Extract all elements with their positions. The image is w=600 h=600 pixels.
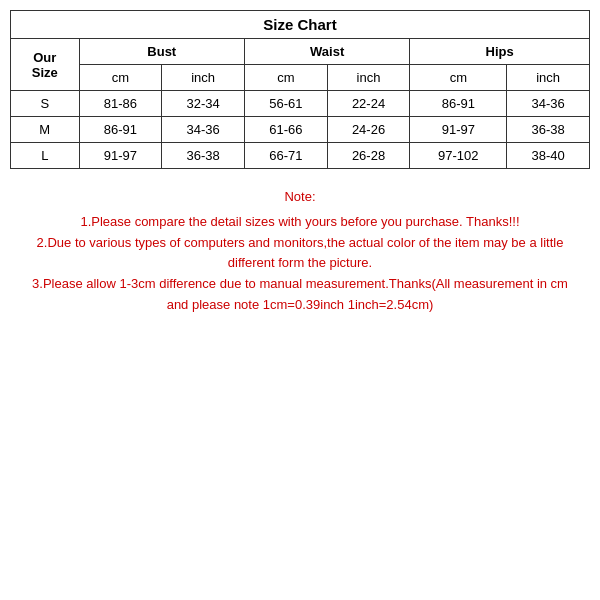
bust-header: Bust xyxy=(79,39,244,65)
hips-cm-cell: 86-91 xyxy=(410,91,507,117)
note-title: Note: xyxy=(20,187,580,208)
size-cell: S xyxy=(11,91,80,117)
table-row: L 91-97 36-38 66-71 26-28 97-102 38-40 xyxy=(11,143,590,169)
hips-inch-subheader: inch xyxy=(507,65,590,91)
note-line1: 1.Please compare the detail sizes with y… xyxy=(20,212,580,233)
table-row: M 86-91 34-36 61-66 24-26 91-97 36-38 xyxy=(11,117,590,143)
hips-cm-subheader: cm xyxy=(410,65,507,91)
note-line2: 2.Due to various types of computers and … xyxy=(20,233,580,275)
bust-inch-cell: 32-34 xyxy=(162,91,245,117)
waist-header: Waist xyxy=(244,39,409,65)
waist-cm-cell: 56-61 xyxy=(244,91,327,117)
bust-cm-cell: 86-91 xyxy=(79,117,162,143)
table-title: Size Chart xyxy=(11,11,590,39)
bust-cm-subheader: cm xyxy=(79,65,162,91)
size-cell: L xyxy=(11,143,80,169)
title-row: Size Chart xyxy=(11,11,590,39)
hips-inch-cell: 34-36 xyxy=(507,91,590,117)
hips-cm-cell: 97-102 xyxy=(410,143,507,169)
hips-inch-cell: 36-38 xyxy=(507,117,590,143)
table-row: S 81-86 32-34 56-61 22-24 86-91 34-36 xyxy=(11,91,590,117)
waist-inch-cell: 24-26 xyxy=(327,117,410,143)
waist-cm-subheader: cm xyxy=(244,65,327,91)
waist-cm-cell: 61-66 xyxy=(244,117,327,143)
subheader-row: cm inch cm inch cm inch xyxy=(11,65,590,91)
waist-cm-cell: 66-71 xyxy=(244,143,327,169)
hips-cm-cell: 91-97 xyxy=(410,117,507,143)
our-size-header: OurSize xyxy=(11,39,80,91)
bust-inch-subheader: inch xyxy=(162,65,245,91)
waist-inch-cell: 22-24 xyxy=(327,91,410,117)
header-row: OurSize Bust Waist Hips xyxy=(11,39,590,65)
bust-inch-cell: 36-38 xyxy=(162,143,245,169)
bust-inch-cell: 34-36 xyxy=(162,117,245,143)
hips-inch-cell: 38-40 xyxy=(507,143,590,169)
size-chart-table: Size Chart OurSize Bust Waist Hips cm in… xyxy=(10,10,590,169)
note-line3: 3.Please allow 1-3cm difference due to m… xyxy=(20,274,580,316)
waist-inch-cell: 26-28 xyxy=(327,143,410,169)
hips-header: Hips xyxy=(410,39,590,65)
bust-cm-cell: 81-86 xyxy=(79,91,162,117)
note-section: Note: 1.Please compare the detail sizes … xyxy=(10,187,590,316)
waist-inch-subheader: inch xyxy=(327,65,410,91)
size-cell: M xyxy=(11,117,80,143)
table-body: S 81-86 32-34 56-61 22-24 86-91 34-36 M … xyxy=(11,91,590,169)
bust-cm-cell: 91-97 xyxy=(79,143,162,169)
page-container: Size Chart OurSize Bust Waist Hips cm in… xyxy=(10,10,590,316)
